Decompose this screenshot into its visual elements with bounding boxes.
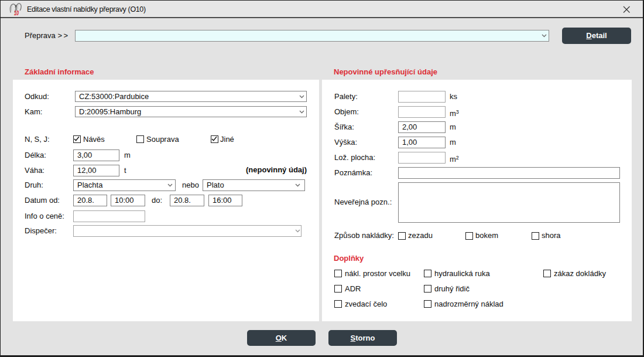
svg-text:10: 10 [14, 9, 19, 16]
